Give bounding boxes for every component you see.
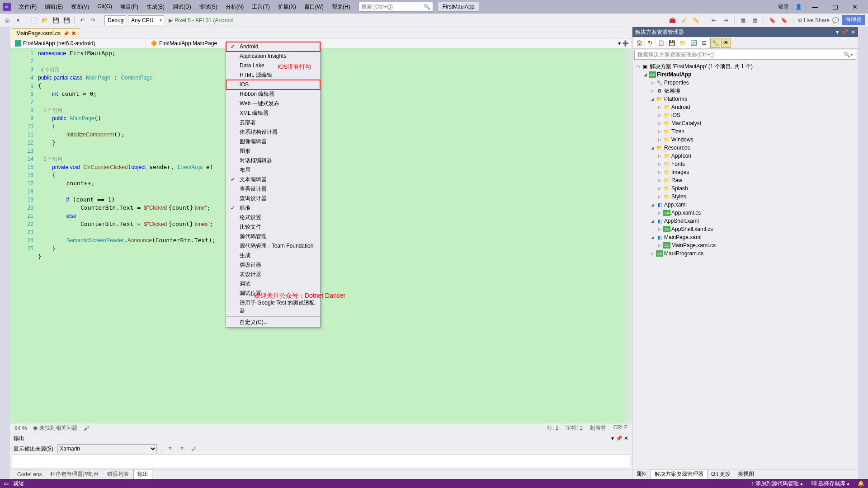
output-pin-icon[interactable]: ▾ 📌 ✕ [611, 435, 628, 441]
dd-item-源代码管理 - Team Foundation[interactable]: 源代码管理 - Team Foundation [226, 241, 320, 251]
dd-item-调试[interactable]: 调试 [226, 279, 320, 289]
tree-raw[interactable]: ▷📁Raw [633, 176, 857, 184]
menu-生成(B)[interactable]: 生成(B) [143, 1, 168, 13]
output-body[interactable] [12, 454, 630, 468]
menu-工具(T)[interactable]: 工具(T) [248, 1, 273, 13]
right-tool-rail[interactable] [858, 27, 868, 479]
tree-appshellcs[interactable]: ▷C#AppShell.xaml.cs [633, 225, 857, 233]
tree-properties[interactable]: ▷🔧Properties [633, 79, 857, 87]
dd-item-HTML 源编辑[interactable]: HTML 源编辑 [226, 70, 320, 80]
tree-appxamlcs[interactable]: ▷C#App.xaml.cs [633, 209, 857, 217]
dd-item-格式设置[interactable]: 格式设置 [226, 213, 320, 222]
dd-item-表设计器[interactable]: 表设计器 [226, 270, 320, 279]
dd-item-查询设计器[interactable]: 查询设计器 [226, 194, 320, 203]
tree-mauiprog[interactable]: ▷C#MauiProgram.cs [633, 249, 857, 258]
bookmark2-icon[interactable]: 🔖 [780, 16, 789, 25]
dd-item-对话框编辑器[interactable]: 对话框编辑器 [226, 156, 320, 165]
dd-item-源代码管理[interactable]: 源代码管理 [226, 232, 320, 241]
tree-ios[interactable]: ▷📁iOS [633, 111, 857, 119]
breadcrumb-add[interactable]: ▾ ➕ [615, 40, 632, 47]
close-button[interactable]: ✕ [848, 3, 862, 10]
solexp-sync-icon[interactable]: ↻ [645, 38, 655, 48]
dd-item-custom[interactable]: 自定义(C)... [226, 318, 320, 327]
output-source-select[interactable]: Xamarin [57, 444, 157, 453]
bottom-tab-错误列表[interactable]: 错误列表 [104, 469, 132, 479]
dd-item-文本编辑器[interactable]: 文本编辑器 [226, 175, 320, 184]
bookmark-icon[interactable]: 🔖 [768, 16, 777, 25]
login-link[interactable]: 登录 [778, 3, 789, 11]
toolbox-icon[interactable]: 🧰 [668, 16, 677, 25]
new-project-button[interactable]: 📄 [29, 16, 38, 25]
tree-appshell[interactable]: ◢◧AppShell.xaml [633, 217, 857, 225]
tree-styles[interactable]: ▷📁Styles [633, 192, 857, 201]
platform-combo[interactable]: Any CPU [128, 15, 164, 25]
dd-item-云部署[interactable]: 云部署 [226, 118, 320, 127]
dd-item-适用于 Google Test 的测试适配器[interactable]: 适用于 Google Test 的测试适配器 [226, 298, 320, 315]
vertical-scrollbar[interactable] [625, 48, 632, 423]
feedback-icon[interactable]: 💬 [832, 17, 839, 23]
solexp-search[interactable]: 搜索解决方案资源管理器(Ctrl+;) 🔍▾ [634, 50, 856, 60]
solexp-save-icon[interactable]: 💾 [667, 38, 677, 48]
tree-deps[interactable]: ▷⚙依赖项 [633, 87, 857, 95]
tree-solution[interactable]: ▢▣解决方案 'FirstMauiApp' (1 个项目, 共 1 个) [633, 62, 857, 70]
dd-item-布局[interactable]: 布局 [226, 165, 320, 175]
issues-indicator[interactable]: ◉ 未找到相关问题 [33, 424, 77, 432]
solexp-pin-icon[interactable]: 📌 [841, 29, 848, 35]
uncomment-icon[interactable]: ▦ [750, 16, 760, 25]
dd-item-图像编辑器[interactable]: 图像编辑器 [226, 137, 320, 146]
comment-icon[interactable]: ▦ [739, 16, 748, 25]
tree-platforms[interactable]: ◢📂Platforms [633, 95, 857, 103]
tree-fonts[interactable]: ▷📁Fonts [633, 160, 857, 168]
tree-mainpage[interactable]: ◢◧MainPage.xaml [633, 233, 857, 241]
menu-项目(P)[interactable]: 项目(P) [117, 1, 142, 13]
solexp-prop-icon[interactable]: 🔧 [710, 38, 720, 48]
dd-item-iOS[interactable]: iOS [226, 80, 320, 89]
tree-windows[interactable]: ▷📁Windows [633, 136, 857, 144]
dd-item-XML 编辑器[interactable]: XML 编辑器 [226, 108, 320, 118]
bottom-tab-CodeLens[interactable]: CodeLens [14, 470, 46, 479]
tree-appicon[interactable]: ▷📁AppIcon [633, 152, 857, 160]
tree-splash[interactable]: ▷📁Splash [633, 184, 857, 192]
bottom-tab-程序包管理器控制台[interactable]: 程序包管理器控制台 [47, 469, 103, 479]
undo-button[interactable]: ↶ [78, 16, 87, 25]
menu-窗口(W)[interactable]: 窗口(W) [301, 1, 327, 13]
dd-item-生成[interactable]: 生成 [226, 251, 320, 260]
tree-resources[interactable]: ◢📂Resources [633, 144, 857, 152]
code-editor[interactable]: 1234567891011121314151617181920212223242… [10, 48, 632, 423]
menu-帮助(H)[interactable]: 帮助(H) [328, 1, 354, 13]
redo-button[interactable]: ↷ [89, 16, 98, 25]
dd-item-查看设计器[interactable]: 查看设计器 [226, 184, 320, 194]
tree-mainpagecs[interactable]: ▷C#MainPage.xaml.cs [633, 241, 857, 249]
config-combo[interactable]: Debug [104, 15, 126, 25]
menu-视图(V)[interactable]: 视图(V) [67, 1, 93, 13]
solexp-preview-icon[interactable]: 👁 [721, 38, 731, 48]
dd-item-Application Insights[interactable]: Application Insights [226, 52, 320, 61]
solexp-view-icon[interactable]: 📋 [656, 38, 666, 48]
solexp-collapse-icon[interactable]: ⊟ [699, 38, 709, 48]
save-button[interactable]: 💾 [51, 16, 60, 25]
minimize-button[interactable]: — [808, 3, 822, 10]
toolbar-options-menu[interactable]: AndroidApplication InsightsData LakeHTML… [226, 42, 321, 328]
dd-item-Web 一键式发布[interactable]: Web 一键式发布 [226, 99, 320, 108]
menu-分析(N)[interactable]: 分析(N) [222, 1, 248, 13]
tree-tizen[interactable]: ▷📁Tizen [633, 127, 857, 136]
bottom-tab-输出[interactable]: 输出 [133, 469, 152, 479]
solexp-refresh-icon[interactable]: 🔄 [689, 38, 698, 48]
back-button[interactable]: ◎ [3, 16, 12, 25]
menu-Git(G)[interactable]: Git(G) [94, 1, 116, 13]
wand-icon[interactable]: 🪄 [680, 16, 689, 25]
menu-扩展(X)[interactable]: 扩展(X) [274, 1, 300, 13]
dd-item-图形[interactable]: 图形 [226, 146, 320, 156]
dd-item-体系结构设计器[interactable]: 体系结构设计器 [226, 127, 320, 137]
proptab-解决方案资源管理器[interactable]: 解决方案资源管理器 [651, 469, 708, 479]
breadcrumb-project[interactable]: FirstMauiApp (net6.0-android) [10, 38, 146, 48]
global-search[interactable]: 搜索 (Ctrl+Q) 🔍 [359, 2, 433, 12]
menu-测试(S)[interactable]: 测试(S) [196, 1, 221, 13]
dd-item-比较文件[interactable]: 比较文件 [226, 222, 320, 232]
output-toggle-icon[interactable]: ⇄ [189, 444, 198, 453]
solexp-close-icon[interactable]: ✕ [851, 29, 855, 35]
dd-item-Ribbon 编辑器[interactable]: Ribbon 编辑器 [226, 89, 320, 99]
solexp-dropdown-icon[interactable]: ▾ [836, 29, 839, 35]
tree-mac[interactable]: ▷📁MacCatalyst [633, 119, 857, 127]
close-tab-icon[interactable]: ✕ [71, 30, 76, 37]
